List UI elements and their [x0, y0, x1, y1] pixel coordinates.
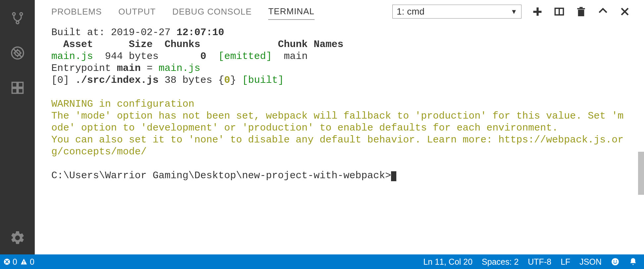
warning-block: WARNING in configuration The 'mode' opti… [51, 98, 627, 158]
built-at-time: 12:07:10 [176, 27, 224, 38]
panel-area: PROBLEMS OUTPUT DEBUG CONSOLE TERMINAL 1… [35, 0, 644, 254]
asset-emitted: [emitted] [218, 51, 272, 62]
svg-rect-27 [24, 263, 24, 264]
status-warnings[interactable]: 0 [20, 257, 34, 267]
asset-chunkname: main [272, 51, 308, 62]
mod-file: ./src/index.js [75, 75, 159, 86]
status-errors[interactable]: 0 [3, 257, 17, 267]
panel-tabs: PROBLEMS OUTPUT DEBUG CONSOLE TERMINAL 1… [35, 0, 644, 23]
svg-rect-10 [12, 82, 17, 87]
svg-point-29 [613, 260, 614, 261]
new-terminal-icon[interactable] [531, 6, 543, 18]
extensions-icon[interactable] [8, 78, 27, 98]
maximize-panel-icon[interactable] [597, 6, 609, 18]
status-eol[interactable]: LF [561, 257, 570, 267]
asset-name: main.js [51, 51, 93, 62]
svg-point-2 [16, 21, 19, 24]
header-asset: Asset [63, 39, 93, 50]
error-icon [3, 258, 11, 265]
tab-problems[interactable]: PROBLEMS [51, 4, 102, 20]
status-bar: 0 0 Ln 11, Col 20 Spaces: 2 UTF-8 LF JSO… [0, 254, 644, 269]
entry-file: main.js [159, 63, 200, 74]
scrollbar-thumb[interactable] [638, 152, 644, 195]
terminal-selector[interactable]: 1: cmd ▼ [392, 5, 521, 19]
header-size: Size [129, 39, 153, 50]
split-terminal-icon[interactable] [553, 6, 565, 18]
svg-rect-11 [12, 88, 17, 93]
tab-terminal[interactable]: TERMINAL [268, 4, 314, 20]
header-chunknames: Chunk Names [278, 39, 343, 50]
mod-chunk: 0 [224, 75, 230, 86]
asset-chunk: 0 [200, 51, 206, 62]
tab-debug-console[interactable]: DEBUG CONSOLE [172, 4, 252, 20]
mod-close: } [230, 75, 242, 86]
svg-rect-13 [18, 82, 23, 87]
warning-icon [20, 258, 28, 265]
error-count: 0 [13, 257, 17, 267]
built-at-label: Built at: 2019-02-27 [51, 27, 176, 38]
svg-rect-15 [533, 11, 542, 13]
svg-point-28 [612, 258, 619, 265]
entry-eq: = [141, 63, 159, 74]
entry-main: main [117, 63, 141, 74]
status-language[interactable]: JSON [579, 257, 602, 267]
mod-size: 38 bytes { [159, 75, 224, 86]
mod-built: [built] [242, 75, 284, 86]
debug-icon[interactable] [8, 43, 27, 63]
prompt: C:\Users\Warrior Gaming\Desktop\new-proj… [51, 170, 391, 181]
svg-point-30 [616, 260, 617, 261]
notifications-bell-icon[interactable] [629, 257, 637, 266]
chevron-down-icon: ▼ [511, 8, 517, 16]
status-encoding[interactable]: UTF-8 [528, 257, 551, 267]
status-indentation[interactable]: Spaces: 2 [482, 257, 519, 267]
status-cursor-position[interactable]: Ln 11, Col 20 [423, 257, 472, 267]
feedback-smiley-icon[interactable] [611, 257, 619, 266]
kill-terminal-icon[interactable] [575, 6, 587, 18]
svg-rect-26 [24, 261, 24, 263]
svg-rect-19 [577, 8, 585, 10]
cursor [391, 171, 396, 181]
activity-bar [0, 0, 35, 254]
entry-label: Entrypoint [51, 63, 117, 74]
terminal-selector-label: 1: cmd [397, 6, 424, 17]
mod-index: [0] [51, 75, 75, 86]
terminal-output[interactable]: Built at: 2019-02-27 12:07:10 Asset Size… [35, 23, 644, 254]
svg-rect-12 [18, 88, 23, 93]
header-chunks: Chunks [165, 39, 200, 50]
settings-gear-icon[interactable] [8, 228, 27, 248]
asset-size: 944 bytes [93, 51, 200, 62]
tab-output[interactable]: OUTPUT [119, 4, 156, 20]
svg-rect-18 [578, 10, 584, 16]
warning-count: 0 [30, 257, 34, 267]
svg-point-1 [20, 13, 22, 15]
close-panel-icon[interactable] [619, 6, 631, 18]
svg-rect-20 [579, 7, 582, 8]
source-control-icon[interactable] [8, 8, 27, 28]
svg-point-0 [12, 13, 15, 15]
